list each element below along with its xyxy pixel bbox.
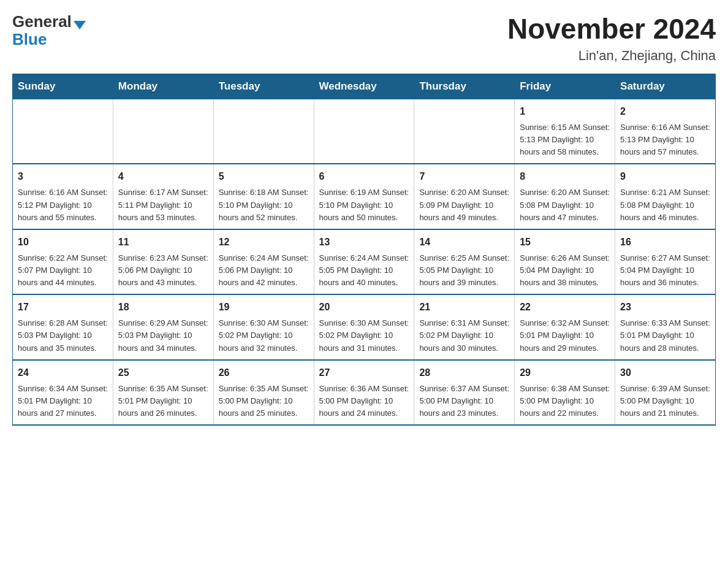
day-info: Sunrise: 6:20 AM Sunset: 5:08 PM Dayligh… bbox=[520, 186, 610, 223]
day-info: Sunrise: 6:26 AM Sunset: 5:04 PM Dayligh… bbox=[520, 252, 610, 289]
day-cell bbox=[213, 99, 314, 164]
day-number: 26 bbox=[219, 366, 309, 380]
day-number: 23 bbox=[620, 300, 710, 315]
day-info: Sunrise: 6:18 AM Sunset: 5:10 PM Dayligh… bbox=[219, 186, 309, 223]
day-cell: 22Sunrise: 6:32 AM Sunset: 5:01 PM Dayli… bbox=[515, 294, 615, 359]
week-row-3: 10Sunrise: 6:22 AM Sunset: 5:07 PM Dayli… bbox=[13, 229, 716, 294]
weekday-header-friday: Friday bbox=[515, 74, 615, 99]
day-number: 22 bbox=[520, 300, 610, 315]
weekday-header-saturday: Saturday bbox=[615, 74, 716, 99]
day-number: 8 bbox=[520, 169, 610, 184]
day-number: 3 bbox=[18, 169, 108, 184]
day-cell: 18Sunrise: 6:29 AM Sunset: 5:03 PM Dayli… bbox=[113, 294, 213, 359]
month-title: November 2024 bbox=[507, 12, 716, 45]
day-info: Sunrise: 6:28 AM Sunset: 5:03 PM Dayligh… bbox=[18, 317, 108, 354]
day-info: Sunrise: 6:30 AM Sunset: 5:02 PM Dayligh… bbox=[319, 317, 409, 354]
day-cell: 28Sunrise: 6:37 AM Sunset: 5:00 PM Dayli… bbox=[414, 360, 515, 425]
day-number: 16 bbox=[620, 235, 710, 250]
day-number: 14 bbox=[419, 235, 509, 250]
day-number: 30 bbox=[620, 366, 710, 380]
day-cell: 26Sunrise: 6:35 AM Sunset: 5:00 PM Dayli… bbox=[213, 360, 314, 425]
day-cell: 19Sunrise: 6:30 AM Sunset: 5:02 PM Dayli… bbox=[213, 294, 314, 359]
day-cell: 3Sunrise: 6:16 AM Sunset: 5:12 PM Daylig… bbox=[13, 164, 113, 229]
day-number: 20 bbox=[319, 300, 409, 315]
day-info: Sunrise: 6:37 AM Sunset: 5:00 PM Dayligh… bbox=[419, 383, 509, 419]
day-number: 11 bbox=[118, 235, 208, 250]
day-cell: 12Sunrise: 6:24 AM Sunset: 5:06 PM Dayli… bbox=[213, 229, 314, 294]
week-row-4: 17Sunrise: 6:28 AM Sunset: 5:03 PM Dayli… bbox=[13, 294, 716, 359]
day-number: 1 bbox=[520, 104, 610, 119]
day-info: Sunrise: 6:16 AM Sunset: 5:12 PM Dayligh… bbox=[18, 186, 108, 223]
weekday-header-sunday: Sunday bbox=[13, 74, 113, 99]
day-cell: 10Sunrise: 6:22 AM Sunset: 5:07 PM Dayli… bbox=[13, 229, 113, 294]
day-info: Sunrise: 6:35 AM Sunset: 5:01 PM Dayligh… bbox=[118, 383, 208, 419]
week-row-2: 3Sunrise: 6:16 AM Sunset: 5:12 PM Daylig… bbox=[13, 164, 716, 229]
title-area: November 2024 Lin'an, Zhejiang, China bbox=[507, 12, 716, 64]
day-info: Sunrise: 6:38 AM Sunset: 5:00 PM Dayligh… bbox=[520, 383, 610, 419]
day-number: 10 bbox=[18, 235, 108, 250]
day-number: 4 bbox=[118, 169, 208, 184]
day-cell bbox=[13, 99, 113, 164]
day-cell: 4Sunrise: 6:17 AM Sunset: 5:11 PM Daylig… bbox=[113, 164, 213, 229]
day-number: 5 bbox=[219, 169, 309, 184]
day-info: Sunrise: 6:39 AM Sunset: 5:00 PM Dayligh… bbox=[620, 383, 710, 419]
day-cell: 27Sunrise: 6:36 AM Sunset: 5:00 PM Dayli… bbox=[314, 360, 414, 425]
day-info: Sunrise: 6:17 AM Sunset: 5:11 PM Dayligh… bbox=[118, 186, 208, 223]
day-cell bbox=[314, 99, 414, 164]
day-info: Sunrise: 6:32 AM Sunset: 5:01 PM Dayligh… bbox=[520, 317, 610, 354]
day-info: Sunrise: 6:35 AM Sunset: 5:00 PM Dayligh… bbox=[219, 383, 309, 419]
day-number: 9 bbox=[620, 169, 710, 184]
day-info: Sunrise: 6:36 AM Sunset: 5:00 PM Dayligh… bbox=[319, 383, 409, 419]
day-info: Sunrise: 6:24 AM Sunset: 5:05 PM Dayligh… bbox=[319, 252, 409, 289]
logo-general: General bbox=[12, 12, 86, 31]
day-number: 29 bbox=[520, 366, 610, 380]
logo-general-text: General bbox=[12, 12, 72, 31]
day-cell: 6Sunrise: 6:19 AM Sunset: 5:10 PM Daylig… bbox=[314, 164, 414, 229]
day-cell: 24Sunrise: 6:34 AM Sunset: 5:01 PM Dayli… bbox=[13, 360, 113, 425]
day-number: 28 bbox=[419, 366, 509, 380]
logo-arrow-icon bbox=[74, 21, 86, 29]
day-info: Sunrise: 6:25 AM Sunset: 5:05 PM Dayligh… bbox=[419, 252, 509, 289]
day-cell: 8Sunrise: 6:20 AM Sunset: 5:08 PM Daylig… bbox=[515, 164, 615, 229]
day-number: 15 bbox=[520, 235, 610, 250]
day-info: Sunrise: 6:30 AM Sunset: 5:02 PM Dayligh… bbox=[219, 317, 309, 354]
location-title: Lin'an, Zhejiang, China bbox=[507, 48, 716, 64]
day-number: 13 bbox=[319, 235, 409, 250]
day-number: 12 bbox=[219, 235, 309, 250]
day-cell: 1Sunrise: 6:15 AM Sunset: 5:13 PM Daylig… bbox=[515, 99, 615, 164]
day-number: 2 bbox=[620, 104, 710, 119]
day-info: Sunrise: 6:34 AM Sunset: 5:01 PM Dayligh… bbox=[18, 383, 108, 419]
day-cell: 17Sunrise: 6:28 AM Sunset: 5:03 PM Dayli… bbox=[13, 294, 113, 359]
weekday-header-row: SundayMondayTuesdayWednesdayThursdayFrid… bbox=[13, 74, 716, 99]
day-cell: 20Sunrise: 6:30 AM Sunset: 5:02 PM Dayli… bbox=[314, 294, 414, 359]
day-number: 21 bbox=[419, 300, 509, 315]
day-number: 17 bbox=[18, 300, 108, 315]
weekday-header-tuesday: Tuesday bbox=[213, 74, 314, 99]
day-cell: 2Sunrise: 6:16 AM Sunset: 5:13 PM Daylig… bbox=[615, 99, 716, 164]
day-info: Sunrise: 6:27 AM Sunset: 5:04 PM Dayligh… bbox=[620, 252, 710, 289]
day-cell: 9Sunrise: 6:21 AM Sunset: 5:08 PM Daylig… bbox=[615, 164, 716, 229]
day-cell: 23Sunrise: 6:33 AM Sunset: 5:01 PM Dayli… bbox=[615, 294, 716, 359]
day-info: Sunrise: 6:33 AM Sunset: 5:01 PM Dayligh… bbox=[620, 317, 710, 354]
day-cell bbox=[113, 99, 213, 164]
week-row-5: 24Sunrise: 6:34 AM Sunset: 5:01 PM Dayli… bbox=[13, 360, 716, 425]
calendar-table: SundayMondayTuesdayWednesdayThursdayFrid… bbox=[12, 74, 716, 426]
day-info: Sunrise: 6:31 AM Sunset: 5:02 PM Dayligh… bbox=[419, 317, 509, 354]
day-cell: 5Sunrise: 6:18 AM Sunset: 5:10 PM Daylig… bbox=[213, 164, 314, 229]
day-number: 19 bbox=[219, 300, 309, 315]
weekday-header-wednesday: Wednesday bbox=[314, 74, 414, 99]
day-cell: 21Sunrise: 6:31 AM Sunset: 5:02 PM Dayli… bbox=[414, 294, 515, 359]
day-cell: 11Sunrise: 6:23 AM Sunset: 5:06 PM Dayli… bbox=[113, 229, 213, 294]
header: General Blue November 2024 Lin'an, Zheji… bbox=[12, 12, 716, 64]
day-info: Sunrise: 6:19 AM Sunset: 5:10 PM Dayligh… bbox=[319, 186, 409, 223]
day-number: 25 bbox=[118, 366, 208, 380]
day-number: 18 bbox=[118, 300, 208, 315]
day-info: Sunrise: 6:20 AM Sunset: 5:09 PM Dayligh… bbox=[419, 186, 509, 223]
day-number: 6 bbox=[319, 169, 409, 184]
day-cell: 16Sunrise: 6:27 AM Sunset: 5:04 PM Dayli… bbox=[615, 229, 716, 294]
day-cell: 29Sunrise: 6:38 AM Sunset: 5:00 PM Dayli… bbox=[515, 360, 615, 425]
day-info: Sunrise: 6:16 AM Sunset: 5:13 PM Dayligh… bbox=[620, 121, 710, 158]
weekday-header-monday: Monday bbox=[113, 74, 213, 99]
day-cell: 25Sunrise: 6:35 AM Sunset: 5:01 PM Dayli… bbox=[113, 360, 213, 425]
day-cell: 15Sunrise: 6:26 AM Sunset: 5:04 PM Dayli… bbox=[515, 229, 615, 294]
